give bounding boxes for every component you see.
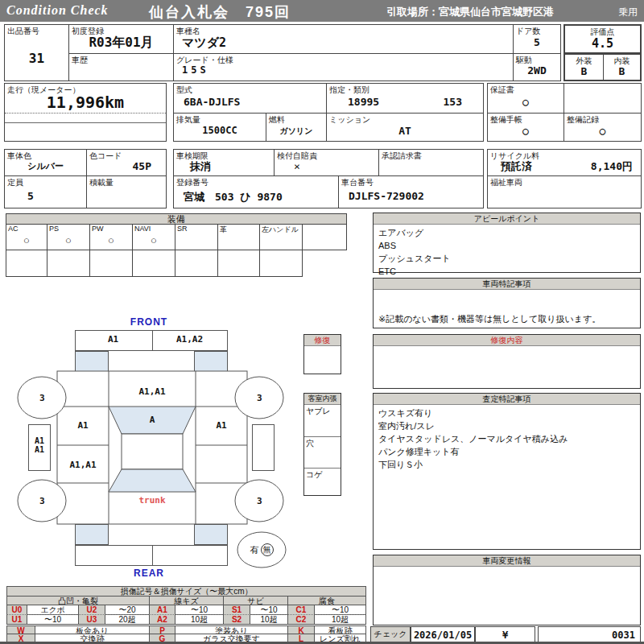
auction-title: 仙台入札会 795回 <box>149 2 291 22</box>
equipment-label: PW <box>92 225 104 233</box>
roof-shape <box>122 434 183 469</box>
assessment-item: 室内汚れ/スレ <box>378 420 635 433</box>
model-code-cell: 型式 6BA-DJLFS <box>173 83 327 114</box>
maintenance-book-label: 整備手帳 <box>490 114 522 126</box>
equipment-empty-cell <box>47 250 90 277</box>
legend-code: A2 <box>149 614 175 625</box>
model-code-value: 6BA-DJLFS <box>184 96 326 108</box>
designation-label: 指定・類別 <box>329 85 369 96</box>
warranty-label: 保証書 <box>490 85 514 96</box>
welfare-vehicle-cell: 福祉車両 <box>487 175 642 208</box>
check-date-value: 2026/01/05 <box>411 630 474 641</box>
wheel-depth-value: 3 <box>257 496 262 506</box>
inspection-cell: 車検期限 抹消 <box>173 149 275 176</box>
appeal-points-panel: アピールポイント エアバッグ ABS プッシュスタート ETC <box>373 213 641 273</box>
appeal-item: エアバッグ <box>378 227 635 240</box>
maintenance-book-mark: ○ <box>488 125 564 137</box>
assessment-item: タイヤスタッドレス、ノーマルタイヤ積み込み <box>378 433 635 446</box>
doors-value: 5 <box>514 36 560 48</box>
chassis-number-label: 車台番号 <box>341 177 374 188</box>
lot-number-label: 出品番号 <box>7 26 39 37</box>
body-color-cell: 車体色 シルバー <box>4 149 87 176</box>
equipment-title: 装備 <box>6 213 347 225</box>
score-value: 4.5 <box>565 36 640 51</box>
grade-value: 15S <box>182 64 513 76</box>
divider <box>5 113 166 114</box>
designation-value-2: 153 <box>444 96 462 108</box>
rear-left-door-mark: A1,A1 <box>57 460 109 470</box>
displacement-cell: 排気量 1500CC <box>173 113 266 142</box>
legend-desc: 20超 <box>105 614 150 625</box>
spare-tire-indicator: 有 無 <box>241 543 283 556</box>
repair-content-panel: 修復内容 <box>373 334 641 389</box>
check-number-value: 0031 <box>612 630 635 641</box>
displacement-label: 排気量 <box>176 114 200 126</box>
spare-no-selected: 無 <box>261 543 274 556</box>
first-registration-value: R03年01月 <box>69 35 173 52</box>
drive-value: 2WD <box>514 64 560 76</box>
maintenance-record-label: 整備記録 <box>567 114 599 126</box>
vehicle-notes-text: ※記載のない書類・機器等は無しとして取り扱います。 <box>378 313 601 325</box>
car-body-svg: 3 3 3 3 <box>0 310 366 588</box>
equipment-mark: ○ <box>133 234 175 246</box>
registration-number-value: 宮城 503 ひ 9870 <box>184 190 338 204</box>
front-right-door-mark: A1 <box>196 420 247 431</box>
equipment-cell-sr: SR <box>175 224 218 250</box>
registration-number-cell: 登録番号 宮城 503 ひ 9870 <box>173 175 339 208</box>
assessment-notes-title: 査定特記事項 <box>374 394 640 405</box>
assessment-item: ウスキズ有り <box>378 407 635 420</box>
lot-number-cell: 出品番号 31 <box>4 24 69 81</box>
equipment-label: 左ハンドル <box>262 225 299 235</box>
assessment-item: 下回りＳ小 <box>378 459 635 472</box>
capacity-cell: 定員 5 <box>4 175 87 208</box>
exterior-grade-cell: 外装 B <box>564 53 604 81</box>
check-label: チェック <box>371 627 410 642</box>
equipment-mark: ○ <box>90 234 132 246</box>
divider <box>5 122 166 123</box>
inspection-value: 抹消 <box>190 159 274 174</box>
model-name-value: マツダ2 <box>182 35 513 51</box>
vehicle-notes-title: 車両特記事項 <box>374 279 640 290</box>
equipment-cell-pw: PW ○ <box>89 224 133 250</box>
recycle-fee-value: 8,140円 <box>591 159 633 174</box>
mileage-cell: 走行（現メーター） 11,996km <box>4 83 167 142</box>
chassis-number-cell: 車台番号 DJLFS-729002 <box>338 175 484 208</box>
check-date-cell: 2026/01/05 <box>411 626 475 642</box>
wheel-depth-value: 3 <box>257 393 262 403</box>
equipment-label: 革 <box>220 225 227 235</box>
fuel-value: ガソリン <box>266 126 326 137</box>
assessment-notes-panel: 査定特記事項 ウスキズ有り 室内汚れ/スレ タイヤスタッドレス、ノーマルタイヤ積… <box>373 393 641 550</box>
appeal-points-title: アピールポイント <box>374 213 640 225</box>
maintenance-record-mark: ○ <box>564 125 641 137</box>
header-bar: Condition Check 仙台入札会 795回 引取場所：宮城県仙台市宮城… <box>0 0 644 22</box>
grade-cell: グレード・仕様 15S <box>173 53 514 81</box>
registration-number-label: 登録番号 <box>176 177 208 188</box>
assessment-item: パンク修理キット有 <box>378 446 635 459</box>
equipment-mark: ○ <box>47 234 89 246</box>
score-cell: 評価点 4.5 <box>564 24 642 54</box>
body-color-value: シルバー <box>5 160 86 172</box>
capacity-label: 定員 <box>7 177 23 188</box>
legend-desc: 10超 <box>314 614 366 625</box>
brand-logo: Condition Check <box>6 3 109 18</box>
appeal-item: プッシュスタート <box>378 253 635 266</box>
lot-number-value: 31 <box>5 51 68 66</box>
equipment-cell-leather: 革 <box>217 224 260 250</box>
check-currency-value: ¥ <box>476 630 535 641</box>
first-registration-cell: 初度登録 R03年01月 <box>68 24 174 54</box>
doors-cell: ドア数 5 <box>513 24 561 54</box>
car-history-cell: 車歴 <box>68 53 174 81</box>
equipment-empty-cell <box>175 250 218 277</box>
equipment-label: AC <box>8 225 19 233</box>
check-label-cell: チェック <box>370 626 411 642</box>
displacement-value: 1500CC <box>174 125 266 136</box>
drive-cell: 駆動 2WD <box>513 53 561 81</box>
legend-desc: 〜10 <box>27 614 79 625</box>
insurance-mark: × <box>294 160 378 172</box>
load-capacity-label: 積載量 <box>89 177 114 188</box>
equipment-empty-cell <box>259 250 303 277</box>
approval-request-cell: 承認請求書 <box>378 149 484 176</box>
load-capacity-cell: 積載量 <box>86 175 167 208</box>
equipment-label: PS <box>49 225 59 233</box>
transmission-value: AT <box>327 125 483 137</box>
